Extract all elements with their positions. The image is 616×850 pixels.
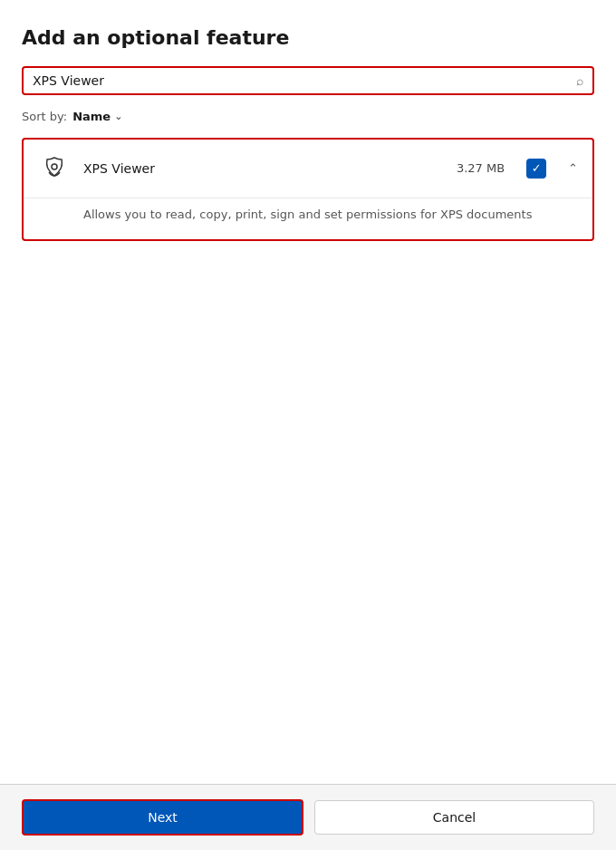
feature-header[interactable]: XPS Viewer 3.27 MB ⌃ bbox=[24, 140, 592, 198]
feature-icon-xps-viewer bbox=[38, 152, 71, 185]
search-icon[interactable]: ⌕ bbox=[576, 73, 583, 88]
next-button[interactable]: Next bbox=[22, 799, 303, 836]
sort-value: Name bbox=[72, 110, 111, 123]
feature-item-xps-viewer: XPS Viewer 3.27 MB ⌃ Allows you to read,… bbox=[22, 138, 594, 242]
feature-checkbox[interactable] bbox=[526, 159, 546, 179]
sort-label: Sort by: bbox=[22, 110, 67, 123]
cancel-button[interactable]: Cancel bbox=[314, 800, 594, 835]
svg-point-0 bbox=[52, 164, 57, 169]
sort-dropdown[interactable]: Name ⌄ bbox=[72, 110, 122, 123]
search-bar: ⌕ bbox=[22, 66, 594, 95]
expand-chevron-icon[interactable]: ⌃ bbox=[568, 161, 578, 175]
feature-name: XPS Viewer bbox=[83, 161, 444, 176]
feature-description: Allows you to read, copy, print, sign an… bbox=[24, 198, 592, 240]
sort-row: Sort by: Name ⌄ bbox=[22, 110, 594, 123]
footer: Next Cancel bbox=[0, 784, 616, 850]
feature-size: 3.27 MB bbox=[457, 161, 505, 175]
page-title: Add an optional feature bbox=[22, 25, 594, 52]
search-input[interactable] bbox=[33, 73, 569, 88]
chevron-down-icon: ⌄ bbox=[114, 111, 122, 122]
feature-list: XPS Viewer 3.27 MB ⌃ Allows you to read,… bbox=[22, 138, 594, 242]
